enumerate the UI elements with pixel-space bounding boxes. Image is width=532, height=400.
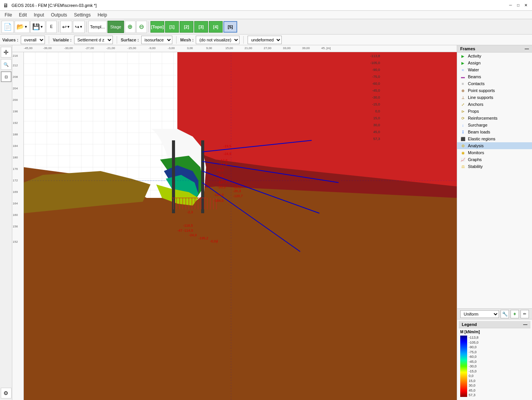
menu-settings[interactable]: Settings <box>71 12 94 18</box>
legend-tick: -105,0 <box>469 341 479 344</box>
variable-select[interactable]: Settlement d z <box>74 36 113 44</box>
uniform-select[interactable]: Uniform Custom <box>460 310 499 318</box>
frames-panel: Frames — ▶Activity▶Assign≈Water▬Beams≡Co… <box>457 45 532 308</box>
legend-collapse[interactable]: — <box>523 322 527 327</box>
legend-tick: -15,0 <box>469 369 479 373</box>
frame-label: Stability <box>468 164 483 169</box>
frames-header: Frames — <box>457 45 532 53</box>
frame-item-reinforcements[interactable]: ⟳Reinforcements <box>457 115 532 122</box>
stage-5-button[interactable]: [5] <box>223 21 237 33</box>
frame-label: Activity <box>468 54 481 58</box>
legend-header: Legend — <box>459 321 530 328</box>
frame-icon: ⬛ <box>460 136 466 142</box>
frame-label: Surcharge <box>468 123 487 127</box>
menu-edit[interactable]: Edit <box>16 12 30 18</box>
frame-icon: 📈 <box>460 157 466 162</box>
edit-legend-btn[interactable]: ✏ <box>520 310 529 318</box>
tool-settings[interactable]: ⚙ <box>1 388 12 398</box>
toolbar-redo[interactable]: ↪▼ <box>73 21 85 33</box>
legend-unit: M [kNm/m] <box>460 330 529 334</box>
toolbar-open[interactable]: 📂▼ <box>15 21 30 33</box>
wrench-icon-btn[interactable]: 🔧 <box>501 310 509 318</box>
frame-item-analysis[interactable]: ⚙Analysis <box>457 142 532 149</box>
toolbar-new[interactable]: 📄 <box>2 21 14 33</box>
toolbar-undo[interactable]: ↩▼ <box>60 21 72 33</box>
frames-collapse[interactable]: — <box>525 46 529 51</box>
frame-icon: ≡ <box>460 81 466 86</box>
frame-label: Line supports <box>468 95 493 100</box>
menu-outputs[interactable]: Outputs <box>48 12 70 18</box>
tool-move[interactable]: ✛ <box>1 47 12 58</box>
frame-item-beams[interactable]: ▬Beams <box>457 73 532 80</box>
frame-item-graphs[interactable]: 📈Graphs <box>457 156 532 163</box>
legend-tick: 0,0 <box>469 374 479 378</box>
frame-icon: ⚙ <box>460 143 466 148</box>
add-icon-btn[interactable]: + <box>511 310 519 318</box>
menu-input[interactable]: Input <box>31 12 47 18</box>
legend-tick: -60,0 <box>469 355 479 359</box>
frame-label: Point supports <box>468 88 495 93</box>
frame-item-stability[interactable]: ⚖Stability <box>457 163 532 170</box>
app-icon: 🖥 <box>3 2 8 8</box>
frame-item-beam-loads[interactable]: ↧Beam loads <box>457 128 532 135</box>
frame-item-activity[interactable]: ▶Activity <box>457 53 532 59</box>
legend-row: -113,8-105,0-90,0-75,0-60,0-45,0-30,0-15… <box>460 336 529 397</box>
frame-item-point-supports[interactable]: ⊕Point supports <box>457 87 532 94</box>
ruler-vertical: 216 212 208 204 200 196 192 188 184 180 … <box>12 52 24 400</box>
frame-label: Water <box>468 67 479 72</box>
menu-file[interactable]: File <box>2 12 15 18</box>
stage-topo-button[interactable]: [Topo] <box>150 21 164 33</box>
frame-item-assign[interactable]: ▶Assign <box>457 59 532 66</box>
tool-zoom-in[interactable]: 🔍 <box>1 59 12 70</box>
frame-item-surcharge[interactable]: ↓Surcharge <box>457 122 532 128</box>
stage-4-button[interactable]: [4] <box>209 21 223 33</box>
frame-label: Beam loads <box>468 130 490 134</box>
frame-icon: ⊳ <box>460 109 466 114</box>
frame-item-line-supports[interactable]: ⊥Line supports <box>457 94 532 101</box>
legend-tick: 15,0 <box>469 379 479 383</box>
surface-select[interactable]: isosurface <box>141 36 172 44</box>
mesh-label: Mesh : <box>180 38 194 42</box>
frame-item-water[interactable]: ≈Water <box>457 66 532 73</box>
frame-item-monitors[interactable]: ◉Monitors <box>457 149 532 156</box>
frame-item-anchors[interactable]: ⤢Anchors <box>457 101 532 108</box>
frame-item-props[interactable]: ⊳Props <box>457 108 532 115</box>
deform-select[interactable]: undeformed <box>248 36 282 44</box>
menubar: File Edit Input Outputs Settings Help <box>0 11 532 19</box>
minimize-button[interactable]: ─ <box>507 2 514 8</box>
toolbar-save[interactable]: 💾▼ <box>30 21 45 33</box>
frame-icon: ▶ <box>460 53 466 59</box>
canvas-area: -45,00 -39,00 -33,00 -27,00 -21,00 -15,0… <box>12 45 457 400</box>
menu-help[interactable]: Help <box>94 12 110 18</box>
canvas-main: 216 212 208 204 200 196 192 188 184 180 … <box>12 52 457 400</box>
stage-1-button[interactable]: [1] <box>165 21 179 33</box>
frame-item-elastic-regions[interactable]: ⬛Elastic regions <box>457 135 532 142</box>
mesh-select[interactable]: (do not visualize) <box>196 36 240 44</box>
frame-icon: ↓ <box>460 122 466 128</box>
ruler-horizontal: -45,00 -39,00 -33,00 -27,00 -21,00 -15,0… <box>12 45 457 52</box>
frame-item-contacts[interactable]: ≡Contacts <box>457 80 532 87</box>
frame-icon: ⤢ <box>460 102 466 107</box>
tool-zoom-fit[interactable]: ⊡ <box>1 71 12 82</box>
toolbar-stage[interactable]: Stage <box>107 21 124 33</box>
legend-content: M [kNm/m] -113,8-105,0-90,0-75,0-60,0-45… <box>459 328 530 398</box>
stage-2-button[interactable]: [2] <box>180 21 193 33</box>
legend-tick: -90,0 <box>469 345 479 349</box>
toolbar-templ[interactable]: Templ... <box>88 21 107 33</box>
legend-tick: 57,3 <box>469 393 479 397</box>
toolbar-sep3 <box>149 21 149 32</box>
window-controls: ─ □ ✕ <box>507 2 529 8</box>
frame-label: Contacts <box>468 81 484 86</box>
toolbar-edit[interactable]: E <box>46 21 57 33</box>
close-button[interactable]: ✕ <box>523 2 529 8</box>
frame-label: Analysis <box>468 143 484 148</box>
canvas-viewport[interactable] <box>24 52 457 400</box>
maximize-button[interactable]: □ <box>515 2 521 8</box>
legend-tick: -113,8 <box>469 336 479 339</box>
stage-3-button[interactable]: [3] <box>194 21 208 33</box>
toolbar-sep1 <box>58 21 59 32</box>
toolbar-zoom-add[interactable]: ⊕ <box>125 21 135 33</box>
toolbar-zoom-sub[interactable]: ⊖ <box>136 21 147 33</box>
frame-label: Beams <box>468 74 481 79</box>
values-select[interactable]: overall <box>21 36 45 44</box>
